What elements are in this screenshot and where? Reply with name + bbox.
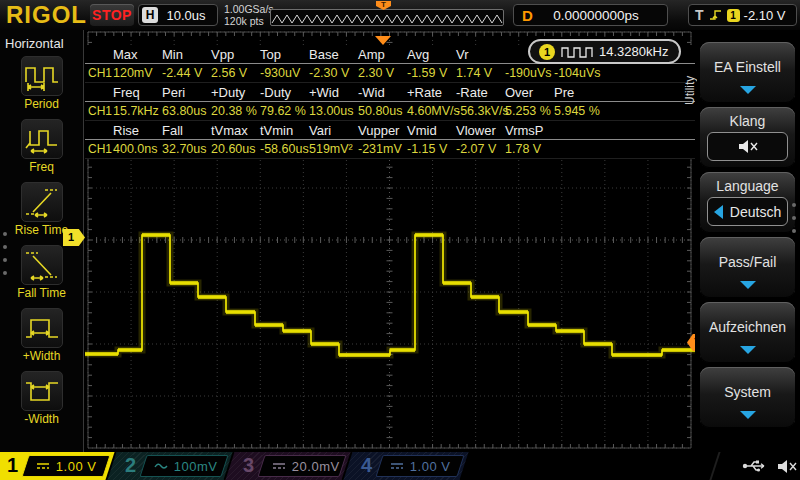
measure-value: 20.60us [211, 140, 260, 159]
menu-page-dots [792, 203, 796, 233]
sidebar-item-rise-time[interactable]: Rise Time [15, 182, 68, 242]
menu-button-aufzeichnen[interactable]: Aufzeichnen [700, 302, 795, 363]
oscilloscope-screen: RIGOL STOP H 10.0us 1.00GSa/s 120k pts T… [0, 0, 800, 480]
frequency-counter-badge: 1 14.3280kHz [528, 39, 681, 64]
channel-4-tab[interactable]: 4 1.00 V [354, 452, 468, 480]
channel-status-bar: 1 1.00 V 2 100mV 3 [0, 452, 800, 480]
measure-value: -231mV [358, 140, 407, 159]
measure-header: tVmin [260, 121, 309, 140]
horizontal-timebase-box[interactable]: H 10.0us [138, 4, 218, 26]
plus-width-icon [23, 312, 61, 344]
measure-header-row: FreqPeri+Duty-Duty+Wid-Wid+Rate-RateOver… [85, 83, 695, 102]
menu-button-language[interactable]: Language Deutsch [700, 172, 795, 233]
measure-value: -2.44 V [162, 64, 211, 83]
menu-button-system[interactable]: System [700, 367, 795, 428]
measure-header: tVmax [211, 121, 260, 140]
measure-header: Min [162, 45, 211, 64]
measure-value: 519mV² [309, 140, 358, 159]
menu-button-pass-fail[interactable]: Pass/Fail [700, 237, 795, 298]
delay-value: 0.00000000ps [533, 8, 659, 23]
channel-1-scale-box: 1.00 V [21, 455, 110, 477]
measure-header-row: RiseFalltVmaxtVminVariVupperVmidVlowerVr… [85, 121, 695, 140]
measure-header: -Rate [456, 83, 505, 102]
measure-header: Amp [358, 45, 407, 64]
channel-1-scale: 1.00 V [56, 459, 97, 474]
measure-header: Vupper [358, 121, 407, 140]
measure-value-row: CH1400.0ns32.70us20.60us-58.60us519mV²-2… [85, 140, 695, 159]
measure-value: 2.56 V [211, 64, 260, 83]
channel-4-number: 4 [361, 454, 372, 477]
measure-value: -58.60us [260, 140, 309, 159]
channel-2-scale-box: 100mV [139, 455, 228, 477]
sidebar-item-freq[interactable]: Freq [21, 119, 63, 179]
measure-header: Vari [309, 121, 358, 140]
measure-value: -2.07 V [456, 140, 505, 159]
minus-width-icon [23, 375, 61, 407]
chevron-down-icon [740, 86, 756, 94]
measure-category-title[interactable]: Horizontal [0, 30, 64, 56]
trigger-icon: T [695, 7, 704, 23]
trigger-box[interactable]: T 1 -2.10 V [688, 4, 797, 26]
measure-header: Top [260, 45, 309, 64]
measure-channel-label: CH1 [85, 140, 113, 159]
measure-header: Vmid [407, 121, 456, 140]
trigger-position-marker-icon[interactable] [375, 36, 391, 45]
menu-button-klang[interactable]: Klang [700, 107, 795, 168]
sidebar-item-minus-width[interactable]: -Width [21, 371, 63, 431]
counter-frequency-value: 14.3280kHz [599, 44, 668, 59]
channel-1-tab[interactable]: 1 1.00 V [0, 452, 114, 480]
top-status-bar: RIGOL STOP H 10.0us 1.00GSa/s 120k pts T… [0, 0, 800, 30]
sound-mute-toggle[interactable] [707, 132, 788, 161]
language-selector[interactable]: Deutsch [707, 197, 788, 226]
chevron-down-icon [740, 281, 756, 289]
measure-value: 32.70us [162, 140, 211, 159]
sidebar-page-dots [3, 232, 7, 275]
measure-channel-label: CH1 [85, 64, 113, 83]
utility-menu-tab: Utility [683, 52, 701, 128]
sidebar-item-period[interactable]: Period [21, 56, 63, 116]
channel-3-tab[interactable]: 3 20.0mV [236, 452, 350, 480]
measure-header: Vlower [456, 121, 505, 140]
measure-value: 120mV [113, 64, 162, 83]
counter-source-badge: 1 [539, 44, 555, 60]
measure-header: Over [505, 83, 554, 102]
channel-3-scale-box: 20.0mV [257, 455, 346, 477]
measure-header: Max [113, 45, 162, 64]
run-state-indicator[interactable]: STOP [90, 4, 134, 26]
ac-coupling-icon [154, 462, 168, 470]
measure-value: 63.80us [162, 102, 211, 121]
waveform-overview-bar[interactable] [270, 9, 504, 26]
measure-value: 4.60MV/s [407, 102, 456, 121]
speaker-muted-icon [737, 138, 759, 155]
measure-value: -56.3kV/s [456, 102, 505, 121]
statusbar-divider [709, 452, 728, 480]
channel-3-scale: 20.0mV [292, 459, 340, 474]
chevron-down-icon [740, 346, 756, 354]
sidebar-item-fall-time[interactable]: Fall Time [17, 245, 66, 305]
usb-icon [742, 457, 766, 475]
measure-value: 79.62 % [260, 102, 309, 121]
channel-2-tab[interactable]: 2 100mV [118, 452, 232, 480]
horizontal-icon: H [142, 7, 158, 23]
measure-value: -104uVs [554, 64, 603, 83]
measure-value: -1.59 V [407, 64, 456, 83]
measure-header: Rise [113, 121, 162, 140]
chevron-left-icon [714, 205, 723, 219]
dc-coupling-icon [272, 462, 286, 470]
measure-header: Peri [162, 83, 211, 102]
measure-header: +Rate [407, 83, 456, 102]
sidebar-item-plus-width[interactable]: +Width [21, 308, 63, 368]
measure-value: -930uV [260, 64, 309, 83]
measure-header: Base [309, 45, 358, 64]
measure-header: Vr [456, 45, 505, 64]
rigol-logo: RIGOL [6, 1, 87, 29]
rise-time-icon [23, 186, 61, 218]
menu-button-ea-einstell[interactable]: EA Einstell [700, 42, 795, 103]
delay-icon: D [522, 7, 533, 24]
delay-box[interactable]: D 0.00000000ps [513, 4, 668, 26]
acquisition-info: 1.00GSa/s 120k pts [224, 3, 274, 27]
channel-2-scale: 100mV [174, 459, 218, 474]
measure-value: -190uVs [505, 64, 554, 83]
measure-header: +Wid [309, 83, 358, 102]
statusbar-icons [742, 457, 798, 475]
